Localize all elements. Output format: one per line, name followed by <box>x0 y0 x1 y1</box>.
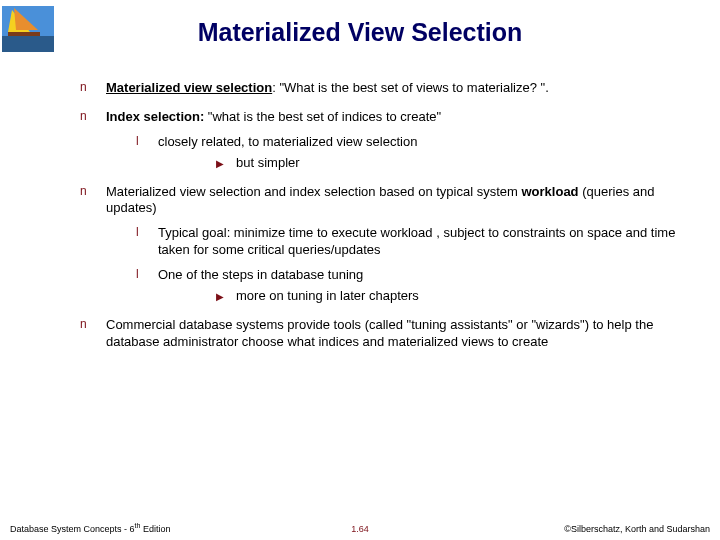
footer-copyright: ©Silberschatz, Korth and Sudarshan <box>564 524 710 534</box>
slide-body: Materialized view selection: "What is th… <box>80 80 680 363</box>
b2-text: "what is the best set of indices to crea… <box>204 109 441 124</box>
bullet-4: Commercial database systems provide tool… <box>80 317 680 351</box>
b3-sub2-a-text: more on tuning in later chapters <box>236 288 419 303</box>
b3-bold: workload <box>522 184 579 199</box>
bullet-3-sub2-a: ▶ more on tuning in later chapters <box>158 288 680 305</box>
b2-sub1-text: closely related, to materialized view se… <box>158 134 417 149</box>
bullet-3-sub2: One of the steps in database tuning ▶ mo… <box>106 267 680 305</box>
arrow-icon: ▶ <box>216 157 224 170</box>
bullet-2: Index selection: "what is the best set o… <box>80 109 680 172</box>
b1-term: Materialized view selection <box>106 80 272 95</box>
svg-rect-4 <box>8 32 40 36</box>
bullet-1: Materialized view selection: "What is th… <box>80 80 680 97</box>
footer-left: Database System Concepts - 6th Edition <box>10 522 170 534</box>
bullet-3-sub1: Typical goal: minimize time to execute w… <box>106 225 680 259</box>
b1-text: : "What is the best set of views to mate… <box>272 80 549 95</box>
arrow-icon: ▶ <box>216 290 224 303</box>
page-title: Materialized View Selection <box>0 0 720 47</box>
b3-sub2-text: One of the steps in database tuning <box>158 267 363 282</box>
b2-term: Index selection: <box>106 109 204 124</box>
svg-rect-1 <box>2 36 54 52</box>
bullet-3: Materialized view selection and index se… <box>80 184 680 305</box>
b4-text: Commercial database systems provide tool… <box>106 317 653 349</box>
footer-left-pre: Database System Concepts - 6 <box>10 524 135 534</box>
footer-page-number: 1.64 <box>351 524 369 534</box>
bullet-2-sub1: closely related, to materialized view se… <box>106 134 680 172</box>
b3-pre: Materialized view selection and index se… <box>106 184 522 199</box>
footer-left-post: Edition <box>140 524 170 534</box>
sailboat-logo <box>2 6 54 52</box>
b2-sub1-a-text: but simpler <box>236 155 300 170</box>
b3-sub1-text: Typical goal: minimize time to execute w… <box>158 225 675 257</box>
bullet-2-sub1-a: ▶ but simpler <box>158 155 680 172</box>
